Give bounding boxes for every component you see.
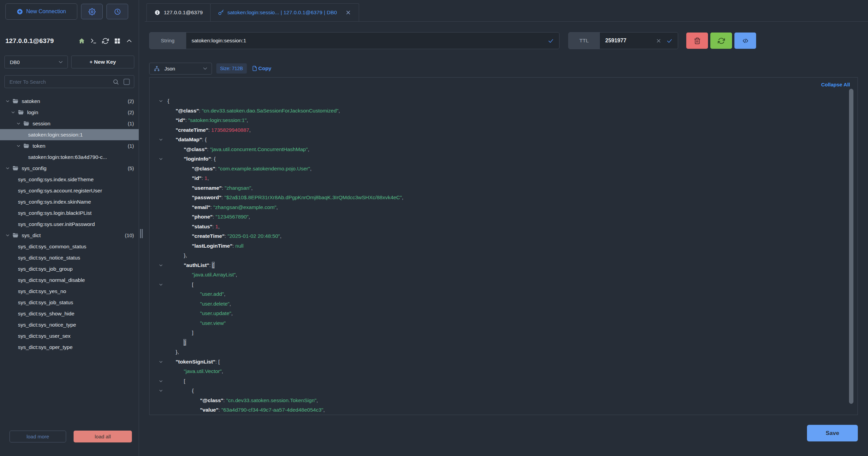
collapse-node-icon[interactable] [159,282,163,287]
chevron-down-icon[interactable] [5,99,10,103]
json-line: [ [150,376,844,386]
chevron-down-icon[interactable] [5,166,10,170]
json-token-s: "1234567890" [216,214,249,220]
resize-handle[interactable] [140,229,143,238]
collapse-node-icon[interactable] [159,263,163,267]
collapse-node-icon[interactable] [159,359,163,364]
json-token-s: "$2a$10$.8EPR31rXr8Ab.dPgpKnrOmj8baqK.3I… [224,194,402,200]
format-select-value: Json [164,66,175,71]
search-icon[interactable] [113,79,119,85]
tree-key[interactable]: sys_config:sys.account.registerUser [0,185,139,196]
new-connection-button[interactable]: New Connection [5,3,77,20]
sitemap-icon [154,65,160,72]
json-token-p: , [218,224,220,229]
tree-key[interactable]: sys_config:sys.login.blackIPList [0,207,139,219]
clear-ttl-icon[interactable] [656,38,662,44]
key-name-input[interactable] [186,33,548,49]
tree-key[interactable]: sys_config:sys.user.initPassword [0,219,139,230]
json-token-k: "lastLoginTime" [192,243,232,249]
tree-key[interactable]: sys_dict:sys_job_group [0,263,139,274]
tree-folder[interactable]: login(2) [0,107,139,118]
json-token-u: null [235,243,243,249]
tree-key[interactable]: sys_config:sys.index.sideTheme [0,174,139,185]
tree-key[interactable]: sys_dict:sys_notice_type [0,319,139,330]
close-icon[interactable] [345,9,351,16]
search-input[interactable] [9,79,109,85]
json-token-p: , [208,175,209,181]
sidebar-top-toolbar: New Connection [0,0,139,20]
json-token-k: "authList" [184,262,209,268]
settings-button[interactable] [81,4,103,19]
tab-server[interactable]: 127.0.0.1@6379 [146,3,211,21]
tree-key[interactable]: sys_dict:sys_notice_status [0,252,139,263]
collapse-node-icon[interactable] [159,138,163,142]
confirm-ttl-icon[interactable] [666,38,673,44]
sidebar-resizer[interactable] [139,0,145,456]
json-line: "dataMap": { [150,135,844,145]
tree-key[interactable]: sys_dict:sys_yes_no [0,286,139,297]
history-button[interactable] [106,4,128,19]
exact-match-toggle-icon[interactable] [122,78,131,86]
json-token-k: "username" [192,185,222,191]
tree-key[interactable]: satoken:login:session:1 [0,129,139,140]
json-token-p: , [230,301,231,307]
chevron-down-icon[interactable] [11,110,15,115]
json-token-b: }, [184,252,187,258]
tree-key[interactable]: sys_dict:sys_oper_type [0,341,139,353]
database-select[interactable]: DB0 [4,56,68,68]
scrollbar-thumb[interactable] [849,89,853,404]
ttl-input[interactable] [600,33,656,49]
collapse-node-icon[interactable] [159,379,163,383]
main-area: 127.0.0.1@6379 satoken:login:sessio... |… [145,0,868,456]
save-button[interactable]: Save [807,425,858,441]
json-token-s: "zhangsan@example.com" [213,204,276,210]
format-select[interactable]: Json [149,63,212,75]
chevron-down-icon[interactable] [5,233,10,237]
tree-folder[interactable]: satoken(2) [0,96,139,107]
confirm-key-icon[interactable] [548,38,554,44]
edit-raw-button[interactable] [734,33,756,49]
size-badge: Size: 712B [216,63,247,74]
code-icon [742,37,749,44]
tab-key-detail[interactable]: satoken:login:sessio... | 127.0.0.1@6379… [210,3,359,21]
json-token-p: : [199,108,202,113]
json-token-s: "user.update" [200,310,231,316]
chevron-down-icon[interactable] [16,144,21,148]
tree-key[interactable]: sys_config:sys.index.skinName [0,196,139,207]
load-all-button[interactable]: load all [74,431,132,442]
collapse-node-icon[interactable] [159,99,163,103]
json-line: "@class": "cn.dev33.satoken.dao.SaSessio… [150,106,844,116]
tree-key[interactable]: sys_dict:sys_job_status [0,297,139,308]
tree-key[interactable]: sys_dict:sys_show_hide [0,308,139,319]
json-line: "user.update", [150,309,844,318]
tree-key[interactable]: sys_dict:sys_common_status [0,241,139,252]
new-key-button[interactable]: + New Key [71,56,134,68]
tree-folder[interactable]: sys_dict(10) [0,230,139,241]
collapse-connection-icon[interactable] [126,38,133,44]
tree-key-label: sys_dict:sys_show_hide [18,311,74,317]
chevron-down-icon[interactable] [16,121,21,126]
tree-key[interactable]: sys_dict:sys_normal_disable [0,274,139,286]
home-icon[interactable] [78,38,85,44]
terminal-icon[interactable] [90,38,97,44]
collapse-all-link[interactable]: Collapse All [821,82,850,87]
load-more-button[interactable]: load more [9,431,66,442]
collapse-node-icon[interactable] [159,389,163,393]
collapse-node-icon[interactable] [159,157,163,161]
json-token-s: "satoken:login:session:1" [188,117,246,123]
json-token-b: ] [192,330,193,335]
search-box [4,75,134,88]
copy-button[interactable]: Copy [252,65,272,71]
tree-folder[interactable]: session(1) [0,118,139,129]
tree-key[interactable]: sys_dict:sys_user_sex [0,330,139,341]
tree-folder[interactable]: token(1) [0,140,139,151]
tree-key[interactable]: satoken:login:token:63a4d790-c... [0,151,139,163]
refresh-icon[interactable] [102,38,109,44]
tree-folder[interactable]: sys_config(5) [0,163,139,174]
key-icon [218,9,224,16]
delete-key-button[interactable] [686,33,708,49]
json-line: "phone": "1234567890", [150,212,844,222]
grid-icon[interactable] [114,38,121,44]
copy-icon [252,65,258,71]
reload-key-button[interactable] [710,33,732,49]
